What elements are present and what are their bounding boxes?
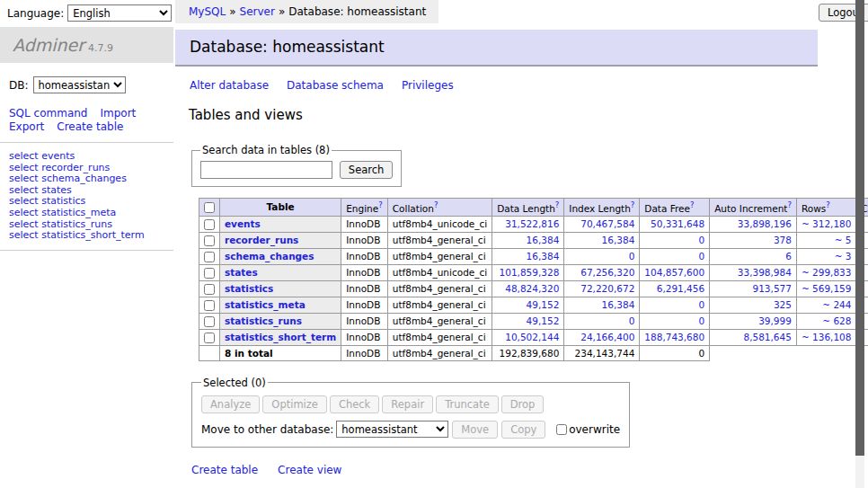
auto-increment-cell[interactable]: 325	[710, 297, 797, 313]
index-length-cell[interactable]: 0	[564, 313, 640, 329]
sidebar-link-create-table[interactable]: Create table	[57, 120, 123, 133]
index-length-cell[interactable]: 16,384	[564, 232, 640, 248]
data-length-cell[interactable]: 31,522,816	[492, 216, 564, 232]
auto-increment-cell[interactable]: 6	[710, 248, 797, 264]
sidebar-select-link[interactable]: select statistics_short_term	[9, 230, 164, 242]
select-all-checkbox[interactable]	[204, 202, 215, 213]
db-select[interactable]: homeassistant	[33, 76, 126, 93]
rows-count-cell[interactable]: ~ 244	[796, 297, 856, 313]
rows-count-cell[interactable]: ~ 3	[796, 248, 856, 264]
search-button[interactable]: Search	[340, 161, 394, 179]
row-checkbox[interactable]	[204, 300, 215, 311]
help-icon[interactable]: ?	[826, 200, 830, 209]
table-name-link[interactable]: events	[225, 218, 261, 229]
data-length-cell[interactable]: 49,152	[492, 297, 564, 313]
create-table-link[interactable]: Create table	[191, 464, 258, 476]
move-button[interactable]: Move	[452, 421, 498, 439]
table-name-link[interactable]: statistics	[225, 283, 273, 294]
rows-count-cell[interactable]: ~ 569,159	[796, 280, 856, 297]
rows-count-cell[interactable]: ~ 312,180	[796, 216, 856, 232]
help-icon[interactable]: ?	[378, 200, 383, 209]
sidebar-select-link[interactable]: select statistics_meta	[9, 208, 164, 219]
help-sup: ?	[690, 200, 695, 209]
optimize-button[interactable]: Optimize	[262, 395, 327, 413]
help-icon[interactable]: ?	[631, 200, 635, 209]
table-name-link[interactable]: recorder_runs	[225, 235, 298, 245]
auto-increment-cell[interactable]: 33,398,984	[710, 264, 797, 280]
data-free-cell[interactable]: 6,291,456	[640, 280, 710, 297]
sidebar-select-link[interactable]: select schema_changes	[9, 173, 164, 185]
index-length-cell[interactable]: 70,467,584	[564, 216, 640, 232]
rows-count-cell[interactable]: ~ 628	[796, 313, 856, 329]
auto-increment-cell[interactable]: 913,577	[710, 280, 797, 297]
language-select[interactable]: English	[67, 4, 172, 22]
data-length-cell[interactable]: 16,384	[492, 248, 564, 264]
collation-cell: utf8mb4_general_ci	[387, 313, 492, 329]
table-name-link[interactable]: schema_changes	[225, 251, 314, 262]
vertical-scrollbar-track[interactable]	[855, 0, 864, 488]
copy-button[interactable]: Copy	[501, 421, 545, 439]
auto-increment-cell[interactable]: 378	[710, 232, 797, 248]
sidebar-link-sql-command[interactable]: SQL command	[9, 107, 87, 120]
help-icon[interactable]: ?	[555, 200, 560, 209]
breadcrumb-link[interactable]: Server	[240, 5, 275, 18]
auto-increment-cell[interactable]: 33,898,196	[710, 216, 797, 232]
row-checkbox-cell	[199, 232, 220, 248]
row-checkbox[interactable]	[204, 235, 215, 246]
data-length-cell[interactable]: 10,502,144	[492, 329, 564, 345]
db-action-alter-database[interactable]: Alter database	[190, 79, 269, 92]
rows-count-cell[interactable]: ~ 5	[796, 232, 856, 248]
analyze-button[interactable]: Analyze	[201, 395, 260, 413]
create-view-link[interactable]: Create view	[278, 464, 341, 476]
index-length-cell[interactable]: 67,256,320	[564, 264, 640, 280]
db-action-database-schema[interactable]: Database schema	[287, 79, 384, 92]
help-icon[interactable]: ?	[787, 200, 792, 209]
sidebar-select-link[interactable]: select events	[9, 151, 164, 163]
data-free-cell[interactable]: 0	[640, 313, 710, 329]
data-length-cell[interactable]: 101,859,328	[492, 264, 564, 280]
auto-increment-cell[interactable]: 8,581,645	[710, 329, 797, 345]
row-checkbox[interactable]	[204, 219, 215, 230]
engine-cell: InnoDB	[341, 216, 388, 232]
data-free-cell[interactable]: 104,857,600	[640, 264, 710, 280]
overwrite-checkbox[interactable]	[556, 424, 567, 435]
table-name-link[interactable]: statistics_short_term	[225, 332, 336, 342]
data-free-cell[interactable]: 0	[640, 248, 710, 264]
sidebar-link-export[interactable]: Export	[9, 120, 44, 133]
rows-count-cell[interactable]: ~ 136,108	[796, 329, 856, 345]
move-db-select[interactable]: homeassistant	[336, 421, 448, 438]
index-length-cell[interactable]: 0	[564, 248, 640, 264]
drop-button[interactable]: Drop	[501, 395, 545, 413]
data-length-cell[interactable]: 48,824,320	[492, 280, 564, 297]
data-length-cell[interactable]: 49,152	[492, 313, 564, 329]
index-length-cell[interactable]: 72,220,672	[564, 280, 640, 297]
breadcrumb-link[interactable]: MySQL	[189, 5, 226, 18]
engine-cell: InnoDB	[341, 313, 388, 329]
sidebar-link-import[interactable]: Import	[100, 107, 136, 120]
table-name-link[interactable]: statistics_runs	[225, 315, 302, 326]
row-checkbox[interactable]	[204, 268, 215, 279]
row-checkbox[interactable]	[204, 284, 215, 295]
rows-count-cell[interactable]: ~ 299,833	[796, 264, 856, 280]
truncate-button[interactable]: Truncate	[436, 395, 499, 413]
data-free-cell[interactable]: 188,743,680	[640, 329, 710, 345]
data-free-cell[interactable]: 0	[640, 232, 710, 248]
data-free-cell[interactable]: 0	[640, 297, 710, 313]
row-checkbox[interactable]	[204, 252, 215, 262]
help-icon[interactable]: ?	[690, 200, 695, 209]
table-name-link[interactable]: states	[225, 267, 258, 278]
db-action-privileges[interactable]: Privileges	[402, 79, 454, 92]
auto-increment-cell[interactable]: 39,999	[710, 313, 797, 329]
search-input[interactable]	[200, 161, 332, 179]
repair-button[interactable]: Repair	[382, 395, 433, 413]
row-checkbox[interactable]	[204, 333, 215, 343]
data-length-cell[interactable]: 16,384	[492, 232, 564, 248]
table-name-link[interactable]: statistics_meta	[225, 299, 306, 310]
index-length-cell[interactable]: 16,384	[564, 297, 640, 313]
index-length-cell[interactable]: 24,166,400	[564, 329, 640, 345]
check-button[interactable]: Check	[330, 395, 379, 413]
help-icon[interactable]: ?	[434, 200, 438, 209]
data-free-cell[interactable]: 50,331,648	[640, 216, 710, 232]
vertical-scrollbar-thumb[interactable]	[855, 0, 864, 456]
row-checkbox[interactable]	[204, 316, 215, 327]
